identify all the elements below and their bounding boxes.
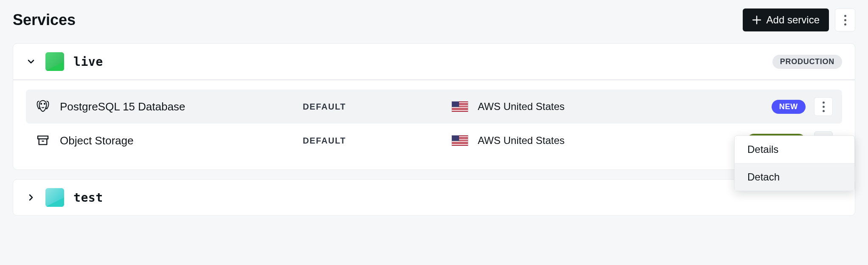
postgres-icon — [35, 99, 51, 114]
service-more-button[interactable] — [814, 97, 833, 116]
chevron-down-icon — [26, 56, 36, 67]
environment-card-live: live PRODUCTION PostgreSQL 15 Database — [13, 43, 855, 170]
service-list: PostgreSQL 15 Database DEFAULT AWS Unite… — [13, 80, 855, 169]
service-plan: DEFAULT — [303, 102, 447, 112]
service-region: AWS United States — [478, 101, 565, 113]
vertical-dots-icon — [844, 15, 846, 25]
add-service-label: Add service — [767, 14, 820, 26]
service-name: PostgreSQL 15 Database — [60, 100, 185, 113]
svg-point-2 — [41, 103, 42, 104]
service-name: Object Storage — [60, 134, 133, 147]
svg-rect-4 — [38, 136, 48, 139]
add-service-button[interactable]: Add service — [743, 8, 829, 31]
service-row[interactable]: Object Storage DEFAULT AWS United States… — [26, 124, 842, 158]
service-row[interactable]: PostgreSQL 15 Database DEFAULT AWS Unite… — [26, 90, 842, 124]
service-plan: DEFAULT — [303, 136, 447, 146]
chevron-right-icon — [26, 192, 36, 203]
environment-icon — [45, 52, 64, 71]
environment-header[interactable]: test — [13, 180, 855, 215]
page-more-button[interactable] — [835, 8, 855, 31]
environment-card-test: test — [13, 179, 855, 216]
page-title: Services — [13, 11, 76, 29]
plus-icon — [752, 15, 761, 25]
environment-header[interactable]: live PRODUCTION — [13, 44, 855, 80]
object-storage-icon — [35, 133, 51, 148]
menu-item-detach[interactable]: Detach — [735, 164, 854, 191]
svg-point-3 — [44, 103, 45, 104]
service-region: AWS United States — [478, 135, 565, 147]
environment-tag: PRODUCTION — [772, 55, 842, 69]
service-context-menu: Details Detach — [734, 135, 855, 191]
us-flag-icon — [451, 135, 468, 146]
environment-icon — [45, 188, 64, 207]
environment-name: live — [73, 55, 103, 69]
us-flag-icon — [451, 101, 468, 112]
vertical-dots-icon — [823, 101, 825, 112]
status-badge: NEW — [772, 100, 806, 114]
menu-item-details[interactable]: Details — [735, 136, 854, 164]
environment-name: test — [73, 191, 103, 205]
